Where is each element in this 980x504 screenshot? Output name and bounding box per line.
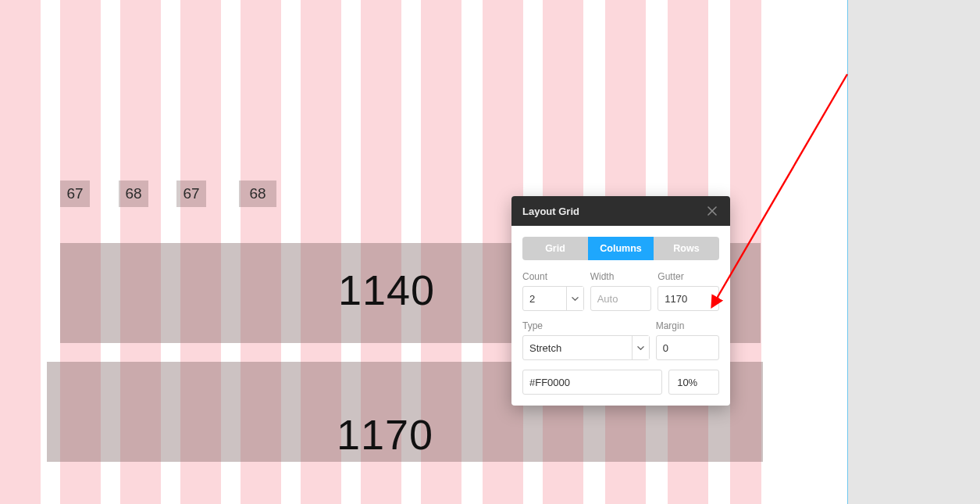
- measure-tag: 67: [60, 181, 90, 207]
- gutter-label: Gutter: [657, 271, 719, 282]
- type-select[interactable]: [522, 335, 650, 360]
- gutter-field[interactable]: [657, 286, 719, 311]
- panel-title: Layout Grid: [522, 206, 579, 217]
- measure-tag: 68: [119, 181, 148, 207]
- color-hex-input[interactable]: [523, 377, 662, 388]
- margin-input[interactable]: [663, 342, 712, 354]
- margin-label: Margin: [656, 320, 719, 331]
- container-1170-label: 1170: [337, 410, 433, 459]
- type-label: Type: [522, 320, 650, 331]
- canvas-edge-guide: [847, 0, 848, 504]
- measure-tag: 67: [176, 181, 206, 207]
- count-input[interactable]: [529, 293, 566, 305]
- grid-type-segmented: Grid Columns Rows: [522, 237, 719, 260]
- width-input[interactable]: [597, 293, 645, 305]
- panel-header[interactable]: Layout Grid: [511, 196, 730, 226]
- close-icon[interactable]: [700, 196, 724, 226]
- tab-rows[interactable]: Rows: [654, 237, 719, 260]
- type-value[interactable]: [529, 342, 632, 354]
- layout-grid-panel: Layout Grid Grid Columns Rows Count Widt…: [511, 196, 730, 406]
- grid-color-field[interactable]: [522, 370, 662, 395]
- container-1140-label: 1140: [338, 266, 435, 314]
- count-field[interactable]: [522, 286, 584, 311]
- count-stepper[interactable]: [566, 287, 583, 310]
- width-field[interactable]: [590, 286, 652, 311]
- tab-columns[interactable]: Columns: [588, 237, 654, 260]
- measure-tag: 68: [239, 181, 276, 207]
- chevron-down-icon[interactable]: [632, 336, 649, 359]
- grid-opacity-field[interactable]: [668, 370, 719, 395]
- width-label: Width: [590, 271, 652, 282]
- margin-field[interactable]: [656, 335, 719, 360]
- tab-grid[interactable]: Grid: [522, 237, 588, 260]
- count-label: Count: [522, 271, 584, 282]
- opacity-input[interactable]: [675, 376, 712, 389]
- gutter-input[interactable]: [665, 293, 712, 305]
